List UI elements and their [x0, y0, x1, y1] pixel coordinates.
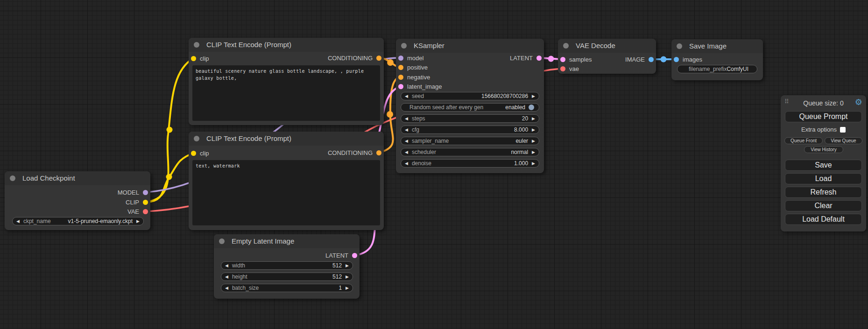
widget-cfg[interactable]: ◀ cfg 8.000 ▶ — [401, 126, 539, 134]
output-dot-clip[interactable] — [143, 200, 148, 205]
decrement-arrow-icon[interactable]: ◀ — [401, 114, 412, 123]
widget-ckpt-name[interactable]: ◀ ckpt_name v1-5-pruned-emaonly.ckpt ▶ — [12, 217, 144, 225]
link-dot-negative[interactable] — [387, 111, 393, 118]
decrement-arrow-icon[interactable]: ◀ — [401, 137, 412, 145]
collapse-dot-icon[interactable] — [401, 43, 407, 49]
output-slot-latent[interactable]: LATENT — [510, 54, 542, 62]
link-dot-clip2[interactable] — [166, 174, 172, 180]
increment-arrow-icon[interactable]: ▶ — [528, 114, 539, 123]
decrement-arrow-icon[interactable]: ◀ — [401, 159, 412, 168]
link-dot-clip1[interactable] — [167, 127, 173, 133]
increment-arrow-icon[interactable]: ▶ — [342, 261, 353, 270]
collapse-dot-icon[interactable] — [677, 43, 682, 49]
decrement-arrow-icon[interactable]: ◀ — [221, 261, 232, 270]
node-clip-text-encode-positive[interactable]: CLIP Text Encode (Prompt) clip CONDITION… — [189, 38, 384, 125]
prompt-textarea[interactable]: beautiful scenery nature glass bottle la… — [192, 65, 380, 121]
widget-denoise[interactable]: ◀ denoise 1.000 ▶ — [401, 159, 539, 168]
output-slot-latent[interactable]: LATENT — [325, 252, 357, 259]
link-dot-positive[interactable] — [387, 59, 394, 66]
input-dot-images[interactable] — [674, 57, 679, 62]
increment-arrow-icon[interactable]: ▶ — [528, 126, 539, 134]
node-graph-canvas[interactable]: Load Checkpoint MODEL CLIP VAE ◀ ckpt_na… — [0, 0, 868, 329]
output-slot-vae[interactable]: VAE — [127, 208, 148, 215]
increment-arrow-icon[interactable]: ▶ — [342, 273, 353, 281]
node-title-bar[interactable]: VAE Decode — [558, 39, 656, 53]
load-button[interactable]: Load — [785, 173, 862, 184]
output-dot-image[interactable] — [649, 57, 654, 62]
input-dot-negative[interactable] — [398, 75, 403, 80]
increment-arrow-icon[interactable]: ▶ — [528, 137, 539, 145]
output-dot-model[interactable] — [143, 190, 148, 195]
input-dot-clip[interactable] — [191, 151, 196, 156]
extra-options-checkbox[interactable] — [840, 127, 846, 133]
output-dot-conditioning[interactable] — [376, 56, 381, 61]
widget-seed[interactable]: ◀ seed 156680208700286 ▶ — [401, 92, 539, 100]
widget-sampler-name[interactable]: ◀ sampler_name euler ▶ — [401, 137, 539, 145]
queue-front-button[interactable]: Queue Front — [784, 137, 823, 144]
decrement-arrow-icon[interactable]: ◀ — [401, 126, 412, 134]
widget-batch-size[interactable]: ◀ batch_size 1 ▶ — [221, 284, 353, 292]
node-load-checkpoint[interactable]: Load Checkpoint MODEL CLIP VAE ◀ ckpt_na… — [5, 171, 150, 230]
output-slot-conditioning[interactable]: CONDITIONING — [328, 54, 381, 62]
load-default-button[interactable]: Load Default — [785, 214, 862, 225]
increment-arrow-icon[interactable]: ▶ — [528, 159, 539, 168]
node-empty-latent-image[interactable]: Empty Latent Image LATENT ◀ width 512 ▶ … — [214, 234, 360, 299]
output-slot-clip[interactable]: CLIP — [126, 198, 148, 206]
widget-height[interactable]: ◀ height 512 ▶ — [221, 273, 353, 281]
toggle-dot-icon[interactable] — [529, 105, 534, 110]
node-title-bar[interactable]: Load Checkpoint — [5, 171, 150, 185]
input-slot-samples[interactable]: samples — [560, 56, 592, 63]
node-vae-decode[interactable]: VAE Decode samples vae IMAGE — [558, 39, 656, 74]
node-title-bar[interactable]: KSampler — [396, 39, 544, 53]
node-title-bar[interactable]: Empty Latent Image — [214, 234, 360, 248]
increment-arrow-icon[interactable]: ▶ — [528, 92, 539, 100]
decrement-arrow-icon[interactable]: ◀ — [221, 284, 232, 292]
widget-filename-prefix[interactable]: filename_prefix ComfyUI — [677, 65, 757, 73]
decrement-arrow-icon[interactable]: ◀ — [401, 148, 412, 156]
refresh-button[interactable]: Refresh — [785, 187, 862, 198]
output-slot-conditioning[interactable]: CONDITIONING — [328, 149, 381, 156]
input-dot-latent-image[interactable] — [398, 84, 403, 89]
node-title-bar[interactable]: Save Image — [671, 39, 763, 53]
node-save-image[interactable]: Save Image images filename_prefix ComfyU… — [671, 39, 763, 80]
output-slot-model[interactable]: MODEL — [118, 189, 148, 196]
output-dot-vae[interactable] — [143, 209, 148, 214]
widget-steps[interactable]: ◀ steps 20 ▶ — [401, 114, 539, 123]
input-slot-clip[interactable]: clip — [191, 55, 209, 62]
input-slot-clip[interactable]: clip — [191, 149, 209, 157]
view-history-button[interactable]: View History — [804, 146, 843, 153]
input-dot-samples[interactable] — [560, 57, 565, 62]
input-dot-positive[interactable] — [398, 65, 403, 70]
node-title-bar[interactable]: CLIP Text Encode (Prompt) — [189, 132, 384, 146]
input-slot-negative[interactable]: negative — [398, 73, 430, 81]
input-dot-vae[interactable] — [560, 66, 565, 71]
output-dot-conditioning[interactable] — [376, 150, 381, 155]
prompt-textarea[interactable]: text, watermark — [192, 160, 380, 225]
input-slot-latent-image[interactable]: latent_image — [398, 83, 442, 90]
view-queue-button[interactable]: View Queue — [825, 137, 862, 144]
decrement-arrow-icon[interactable]: ◀ — [221, 273, 232, 281]
input-slot-positive[interactable]: positive — [398, 63, 428, 71]
queue-prompt-button[interactable]: Queue Prompt — [785, 111, 862, 122]
link-dot-latent[interactable] — [548, 56, 554, 62]
settings-gear-icon[interactable]: ⚙ — [855, 97, 862, 107]
decrement-arrow-icon[interactable]: ◀ — [13, 217, 23, 225]
link-dot-image[interactable] — [661, 56, 667, 63]
input-slot-images[interactable]: images — [674, 56, 702, 63]
widget-random-seed-toggle[interactable]: Random seed after every gen enabled — [401, 103, 539, 112]
increment-arrow-icon[interactable]: ▶ — [528, 148, 539, 156]
node-clip-text-encode-negative[interactable]: CLIP Text Encode (Prompt) clip CONDITION… — [189, 132, 384, 230]
collapse-dot-icon[interactable] — [563, 43, 569, 49]
collapse-dot-icon[interactable] — [219, 238, 225, 244]
decrement-arrow-icon[interactable]: ◀ — [401, 92, 412, 100]
node-title-bar[interactable]: CLIP Text Encode (Prompt) — [189, 38, 384, 52]
collapse-dot-icon[interactable] — [194, 42, 199, 48]
clear-button[interactable]: Clear — [785, 200, 862, 211]
input-dot-clip[interactable] — [191, 56, 196, 61]
collapse-dot-icon[interactable] — [194, 136, 199, 141]
node-ksampler[interactable]: KSampler model positive negative latent_… — [396, 39, 544, 173]
output-dot-latent[interactable] — [536, 56, 542, 61]
widget-width[interactable]: ◀ width 512 ▶ — [221, 261, 353, 270]
save-button[interactable]: Save — [785, 160, 862, 171]
output-dot-latent[interactable] — [352, 253, 357, 258]
